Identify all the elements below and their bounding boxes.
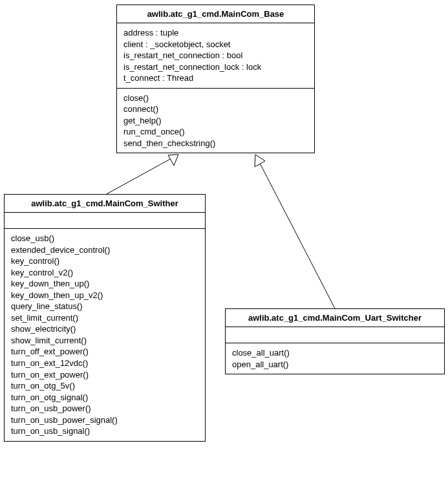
class-attributes-base: address : tuple client : _socketobject, … (117, 23, 314, 89)
class-methods-base: close() connect() get_help() run_cmd_onc… (117, 89, 314, 153)
method-item: open_all_uart() (232, 359, 438, 370)
class-attributes-uart (226, 327, 444, 343)
method-item: turn_on_usb_signal() (11, 425, 198, 437)
method-item: close_all_uart() (232, 347, 438, 359)
method-item: turn_on_usb_power_signal() (11, 414, 198, 426)
method-item: turn_on_otg_signal() (11, 392, 198, 403)
method-item: turn_on_usb_power() (11, 403, 198, 414)
attr-item: is_restart_net_connection : bool (123, 50, 308, 61)
method-item: extended_device_control() (11, 244, 198, 256)
svg-line-2 (255, 155, 335, 308)
class-attributes-swither (5, 213, 205, 229)
inheritance-arrow-uart (255, 155, 335, 308)
attr-item: client : _socketobject, socket (123, 39, 308, 50)
method-item: turn_off_ext_power() (11, 346, 198, 358)
method-item: turn_on_ext_power() (11, 369, 198, 381)
class-title-uart: awlib.atc_g1_cmd.MainCom_Uart_Switcher (226, 309, 444, 327)
attr-item: t_connect : Thread (123, 72, 308, 84)
method-item: key_down_then_up() (11, 278, 198, 290)
method-item: key_control_v2() (11, 267, 198, 279)
class-title-swither: awlib.atc_g1_cmd.MainCom_Swither (5, 195, 205, 213)
class-methods-swither: close_usb() extended_device_control() ke… (5, 229, 205, 441)
class-methods-uart: close_all_uart() open_all_uart() (226, 343, 444, 374)
method-item: show_limit_current() (11, 335, 198, 347)
class-maincom-swither: awlib.atc_g1_cmd.MainCom_Swither close_u… (4, 194, 206, 442)
attr-item: address : tuple (123, 27, 308, 39)
svg-marker-1 (168, 155, 178, 166)
method-item: get_help() (123, 115, 308, 127)
method-item: query_line_status() (11, 301, 198, 312)
svg-line-0 (107, 155, 178, 194)
method-item: close_usb() (11, 233, 198, 244)
method-item: connect() (123, 103, 308, 115)
class-maincom-uart-switcher: awlib.atc_g1_cmd.MainCom_Uart_Switcher c… (225, 308, 445, 374)
method-item: turn_on_ext_12vdc() (11, 358, 198, 369)
method-item: send_then_checkstring() (123, 138, 308, 149)
svg-marker-3 (255, 155, 265, 167)
class-maincom-base: awlib.atc_g1_cmd.MainCom_Base address : … (116, 5, 315, 153)
method-item: close() (123, 92, 308, 104)
method-item: key_control() (11, 255, 198, 267)
method-item: show_electricity() (11, 323, 198, 335)
method-item: turn_on_otg_5v() (11, 380, 198, 392)
attr-item: is_restart_net_connection_lock : lock (123, 61, 308, 73)
method-item: set_limit_current() (11, 312, 198, 324)
method-item: run_cmd_once() (123, 126, 308, 138)
inheritance-arrow-swither (107, 155, 178, 194)
method-item: key_down_then_up_v2() (11, 290, 198, 301)
class-title-base: awlib.atc_g1_cmd.MainCom_Base (117, 5, 314, 23)
